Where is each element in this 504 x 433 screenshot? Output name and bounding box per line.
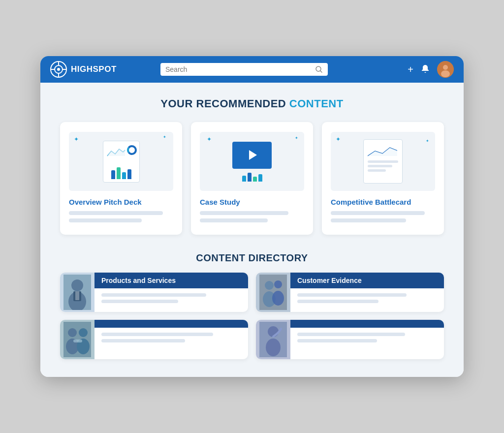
- logo-area[interactable]: HIGHSPOT: [50, 61, 117, 78]
- add-button[interactable]: +: [408, 64, 413, 74]
- directory-item-3[interactable]: [60, 320, 248, 359]
- pitch-deck-card[interactable]: ✦ ✦: [60, 122, 182, 235]
- card-title: Case Study: [200, 198, 304, 206]
- sparkle-icon-3: ✦: [295, 136, 298, 140]
- dir-line-2: [101, 339, 185, 342]
- directory-content-1: Products and Services: [94, 273, 248, 312]
- battlecard-card[interactable]: ✦ ✦: [322, 122, 444, 235]
- directory-header-bar-4: [290, 320, 444, 328]
- dir-line-1: [101, 293, 206, 297]
- directory-title: CONTENT DIRECTORY: [60, 252, 444, 264]
- svg-point-25: [272, 291, 284, 306]
- svg-point-22: [265, 281, 274, 290]
- svg-marker-12: [107, 148, 125, 156]
- directory-header-bar-3: [94, 320, 248, 328]
- directory-content-2: Customer Evidence: [290, 273, 444, 312]
- card-line-1: [200, 211, 288, 215]
- browser-window: HIGHSPOT +: [40, 56, 464, 377]
- notification-bell-icon[interactable]: [420, 64, 430, 75]
- directory-item-title-2: Customer Evidence: [297, 277, 362, 284]
- sparkle-icon-sm: ✦: [163, 135, 166, 139]
- app-name: HIGHSPOT: [71, 64, 117, 74]
- play-icon: [249, 150, 257, 160]
- directory-image-2: [256, 273, 290, 312]
- directory-grid: Products and Services: [60, 273, 444, 359]
- svg-point-13: [128, 146, 136, 154]
- user-avatar[interactable]: [437, 61, 454, 78]
- directory-item-4[interactable]: [256, 320, 444, 359]
- dir-line-2: [101, 300, 178, 303]
- card-line-2: [331, 218, 406, 222]
- dir-line-2: [297, 300, 378, 303]
- svg-point-17: [71, 279, 83, 291]
- dir-line-1: [101, 333, 213, 336]
- main-content: YOUR RECOMMENDED CONTENT ✦ ✦: [40, 83, 464, 377]
- case-study-illustration: ✦ ✦: [200, 132, 304, 191]
- dir-line-1: [297, 293, 407, 297]
- svg-rect-31: [73, 340, 82, 342]
- directory-content-4: [290, 320, 444, 359]
- svg-rect-20: [75, 291, 79, 300]
- svg-point-10: [443, 65, 448, 70]
- svg-point-27: [68, 328, 77, 337]
- directory-item-title-1: Products and Services: [101, 277, 176, 284]
- recommended-title: YOUR RECOMMENDED CONTENT: [60, 97, 444, 110]
- card-line-1: [331, 211, 425, 215]
- card-title: Overview Pitch Deck: [69, 198, 173, 206]
- search-input[interactable]: [165, 65, 312, 73]
- video-thumbnail: [232, 142, 272, 169]
- search-bar[interactable]: [160, 63, 328, 76]
- dir-line-2: [297, 339, 377, 342]
- sparkle-icon-2: ✦: [207, 136, 212, 143]
- search-icon: [315, 65, 323, 73]
- directory-image-1: [60, 273, 94, 312]
- dir-line-1: [297, 333, 405, 336]
- pitch-deck-illustration: ✦ ✦: [69, 132, 173, 191]
- directory-image-4: [256, 320, 290, 359]
- recommended-title-part2: CONTENT: [289, 97, 344, 110]
- directory-header-bar-2: Customer Evidence: [290, 273, 444, 288]
- highspot-logo-icon: [50, 61, 67, 78]
- svg-point-11: [441, 70, 450, 77]
- svg-point-34: [266, 339, 281, 356]
- case-study-card[interactable]: ✦ ✦: [191, 122, 313, 235]
- card-line-2: [200, 218, 268, 222]
- directory-item-customer[interactable]: Customer Evidence: [256, 273, 444, 312]
- recommended-title-part1: YOUR RECOMMENDED: [160, 97, 289, 110]
- card-line-2: [69, 218, 142, 222]
- header: HIGHSPOT +: [40, 56, 464, 83]
- sparkle-icon-4: ✦: [336, 136, 341, 143]
- header-icons: +: [408, 61, 454, 78]
- svg-line-8: [320, 71, 322, 73]
- directory-item-products[interactable]: Products and Services: [60, 273, 248, 312]
- card-line-1: [69, 211, 163, 215]
- battlecard-illustration: ✦ ✦: [331, 132, 435, 191]
- svg-point-2: [57, 68, 60, 71]
- svg-marker-15: [368, 148, 397, 156]
- directory-image-3: [60, 320, 94, 359]
- svg-point-29: [79, 328, 88, 337]
- svg-point-24: [274, 280, 282, 288]
- sparkle-icon: ✦: [74, 136, 79, 143]
- card-title: Competitive Battlecard: [331, 198, 435, 206]
- cards-grid: ✦ ✦: [60, 122, 444, 235]
- directory-header-bar-1: Products and Services: [94, 273, 248, 288]
- directory-content-3: [94, 320, 248, 359]
- sparkle-icon-5: ✦: [426, 139, 429, 143]
